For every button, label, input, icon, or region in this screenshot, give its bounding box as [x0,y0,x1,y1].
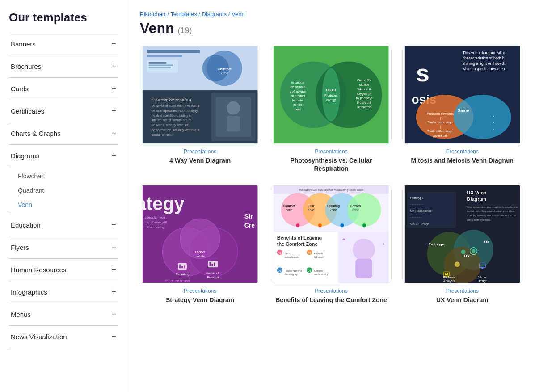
svg-text:which aspects they are c: which aspects they are c [462,67,506,71]
template-category-t4: Presentations [142,288,258,294]
svg-text:Greater: Greater [314,270,323,273]
svg-rect-81 [209,262,211,266]
svg-point-163 [454,262,459,267]
expand-icon: + [111,129,116,138]
template-name-t4: Strategy Venn Diagram [142,296,258,304]
svg-text:Reporting: Reporting [207,276,219,278]
template-thumbnail-t6: UX Venn Diagram This introduction use-gr… [402,185,522,283]
sidebar-item-charts-graphs[interactable]: Charts & Graphs + [9,122,118,145]
svg-text:Takes in th: Takes in th [357,88,372,91]
page-title-count: (19) [177,26,192,35]
sidebar-submenu-item-quadrant[interactable]: Quadrant [16,183,118,198]
breadcrumb-diagrams[interactable]: Diagrams [202,11,227,17]
sidebar-item-news-visualization[interactable]: News Visualization + [9,326,118,348]
svg-text:Same: Same [457,108,469,113]
svg-text:Mindset: Mindset [314,256,324,258]
template-thumbnail-t5: Indicators we can use for measuring each… [271,185,391,283]
svg-text:✦: ✦ [342,237,346,242]
template-thumbnail-t2: in carbon ide as food s off oxygen nd pr… [271,46,391,144]
svg-text:Self-: Self- [285,252,290,255]
svg-text:the Comfort Zone: the Comfort Zone [277,241,318,247]
sidebar-item-brochures[interactable]: Brochures + [9,55,118,78]
breadcrumb: Piktochart / Templates / Diagrams / Venn [140,11,522,17]
svg-text:· · · · · · · ·: · · · · · · · · [410,203,423,206]
template-card-t5[interactable]: Indicators we can use for measuring each… [271,185,391,306]
svg-text:Growth: Growth [350,204,361,207]
sidebar-item-banners[interactable]: Banners + [9,33,118,55]
breadcrumb-templates[interactable]: Templates [170,11,197,17]
svg-text:Visual Design: Visual Design [410,223,429,227]
svg-text:03: 03 [308,252,312,255]
page-title: Venn [140,20,174,37]
svg-text:cess: cess [295,108,302,111]
svg-text:Analysis: Analysis [443,279,455,283]
sidebar-item-education[interactable]: Education + [9,214,118,236]
svg-rect-161 [446,274,447,276]
template-info-t1: Presentations 4 Way Venn Diagram [140,144,260,166]
expand-icon: + [111,151,116,160]
svg-text:✦: ✦ [382,242,385,246]
svg-text:Resilience and: Resilience and [285,270,302,273]
sidebar-item-infographics[interactable]: Infographics + [9,281,118,303]
sidebar-item-flyers[interactable]: Flyers + [9,236,118,259]
template-category-t5: Presentations [273,288,389,294]
svg-rect-129 [355,259,372,279]
sidebar-item-menus[interactable]: Menus + [9,303,118,326]
svg-text:"The comfort zone is a: "The comfort zone is a [152,98,191,102]
svg-point-105 [318,224,322,228]
expand-icon: + [111,287,116,297]
sidebar-item-human-resources[interactable]: Human Resources + [9,259,118,281]
template-info-t5: Presentations Benefits of Leaving the Co… [271,283,391,306]
svg-rect-160 [445,274,446,276]
sidebar-submenu-item-flowchart[interactable]: Flowchart [16,169,118,183]
svg-text:Design: Design [477,279,487,283]
svg-text:heterotrop: heterotrop [358,105,372,109]
template-thumbnail-t3: This venn diagram will c characteristics… [402,46,522,144]
template-card-t6[interactable]: UX Venn Diagram This introduction use-gr… [402,185,522,306]
svg-text:UX: UX [463,253,470,258]
template-card-t3[interactable]: This venn diagram will c characteristics… [402,46,522,174]
svg-text:|: | [440,125,441,129]
svg-text:results: results [195,255,205,258]
svg-text:Produces: Produces [324,94,338,97]
svg-rect-158 [481,268,483,269]
svg-text:sense of risk.": sense of risk." [152,133,174,137]
svg-text:neutral condition, using a: neutral condition, using a [152,114,191,118]
svg-point-156 [472,249,475,253]
sidebar-heading: Our templates [9,11,118,25]
svg-text:ze this: ze this [294,103,303,106]
svg-text:Learning: Learning [327,204,340,208]
svg-text:Benefits of Leaving: Benefits of Leaving [277,235,322,240]
sidebar-item-certificates[interactable]: Certificates + [9,100,118,122]
sidebar-item-diagrams[interactable]: Diagrams + [9,145,118,167]
template-thumbnail-t4: ategy ccessful, you ing of who will lt t… [140,185,260,283]
template-card-t4[interactable]: ategy ccessful, you ing of who will lt t… [140,185,260,306]
svg-text:This venn diagram will c: This venn diagram will c [462,51,505,55]
expand-icon: + [111,62,116,71]
svg-rect-7 [149,67,171,68]
breadcrumb-venn[interactable]: Venn [232,11,245,17]
template-grid: Comfort Zone "The comfort zone is a beha… [140,46,522,306]
svg-text:Produces new cells: Produces new cells [427,112,454,115]
svg-text:nd product: nd product [291,94,305,98]
sidebar-item-cards[interactable]: Cards + [9,78,118,100]
svg-point-128 [353,239,375,261]
svg-text:Gives off c: Gives off c [357,79,372,82]
expand-icon: + [111,220,116,230]
svg-text:UX Researcher: UX Researcher [410,210,431,213]
svg-text:Comfort: Comfort [218,67,232,71]
svg-rect-3 [147,55,182,57]
svg-text:Indicators we can use for meas: Indicators we can use for measuring each… [299,188,363,192]
svg-text:s off oxygen: s off oxygen [290,90,306,93]
template-card-t2[interactable]: in carbon ide as food s off oxygen nd pr… [271,46,391,174]
svg-text:This introduction use-graphic : This introduction use-graphic is excelle… [467,206,518,208]
breadcrumb-piktochart[interactable]: Piktochart [140,11,166,17]
sidebar-submenu-item-venn[interactable]: Venn [16,198,118,212]
template-name-t2: Photosynthesis vs. Cellular Respiration [273,156,389,173]
svg-point-104 [296,224,300,228]
svg-rect-76 [179,265,181,269]
svg-point-164 [461,250,465,254]
template-card-t1[interactable]: Comfort Zone "The comfort zone is a beha… [140,46,260,174]
svg-rect-6 [149,65,173,66]
template-info-t4: Presentations Strategy Venn Diagram [140,283,260,306]
